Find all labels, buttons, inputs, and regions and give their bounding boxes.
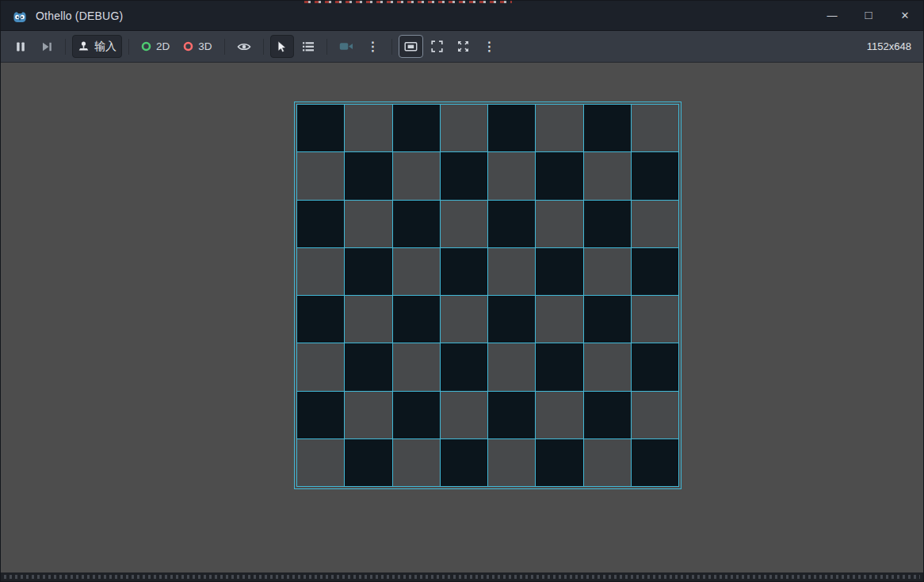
selection-list-icon [302,41,315,52]
maximize-icon: □ [865,9,872,21]
board-cell[interactable] [632,201,678,247]
board-cell[interactable] [393,296,440,343]
fullscreen-button[interactable] [452,35,475,58]
close-icon: ✕ [901,10,910,21]
board-cell[interactable] [345,439,391,486]
selection-list-button[interactable] [296,35,320,58]
board-cell[interactable] [441,343,487,390]
input-toggle-button[interactable]: 输入 [72,35,122,58]
top-edge-artifact [304,1,512,3]
toolbar-separator [65,39,66,55]
board-cell[interactable] [345,152,391,199]
board-cell[interactable] [393,392,440,438]
board-cell[interactable] [584,248,631,295]
titlebar[interactable]: Othello (DEBUG) — □ ✕ [1,1,923,31]
select-mode-button[interactable] [270,35,294,58]
board-cell[interactable] [632,105,678,151]
board-cell[interactable] [393,439,440,486]
board-cell[interactable] [488,152,535,199]
board-cell[interactable] [536,201,582,247]
board-cell[interactable] [584,152,631,199]
board-cell[interactable] [393,343,440,390]
minimize-button[interactable]: — [814,1,850,30]
kebab-menu-icon: ⋮ [483,40,496,53]
board-cell[interactable] [584,392,631,438]
window-menu-button[interactable]: ⋮ [478,35,502,58]
board-cell[interactable] [441,392,487,438]
board-cell[interactable] [632,248,678,295]
board-cell[interactable] [632,392,678,438]
board-cell[interactable] [488,105,535,151]
board-cell[interactable] [536,105,582,151]
board-cell[interactable] [297,201,344,247]
camera-override-button[interactable] [334,35,359,58]
board-cell[interactable] [536,152,582,199]
board-cell[interactable] [393,248,440,295]
board-cell[interactable] [488,439,535,486]
view-2d-button[interactable]: 2D [136,35,175,58]
board-cell[interactable] [393,201,440,247]
board-cell[interactable] [488,296,535,343]
board-cell[interactable] [536,248,582,295]
game-window: Othello (DEBUG) — □ ✕ [0,0,924,582]
resolution-label: 1152x648 [867,40,915,52]
board-cell[interactable] [584,105,631,151]
joystick-icon [78,40,90,52]
board-cell[interactable] [297,248,344,295]
camera-menu-button[interactable]: ⋮ [361,35,385,58]
board-cell[interactable] [632,296,678,343]
board-cell[interactable] [632,343,678,390]
debug-visibility-button[interactable] [231,35,257,58]
board-cell[interactable] [488,343,535,390]
board-cell[interactable] [345,392,391,438]
board-cell[interactable] [488,392,535,438]
board-cell[interactable] [441,248,487,295]
next-frame-button[interactable] [35,35,59,58]
view-3d-button[interactable]: 3D [178,35,217,58]
close-button[interactable]: ✕ [887,1,923,30]
board-cell[interactable] [345,201,391,247]
3d-ring-icon [183,41,193,52]
board-cell[interactable] [584,296,631,343]
board-cell[interactable] [441,201,487,247]
board-cell[interactable] [441,105,487,151]
embed-window-icon [404,41,418,52]
game-viewport[interactable] [2,63,922,572]
board-cell[interactable] [345,296,391,343]
board-cell[interactable] [584,439,631,486]
input-label: 输入 [94,40,116,54]
board-cell[interactable] [297,392,344,438]
board-cell[interactable] [345,248,391,295]
board-cell[interactable] [536,296,582,343]
pause-button[interactable] [9,35,32,58]
board-cell[interactable] [536,343,582,390]
board-cell[interactable] [393,105,440,151]
board-cell[interactable] [632,439,678,486]
board-cell[interactable] [297,296,344,343]
board-cell[interactable] [488,248,535,295]
maximize-button[interactable]: □ [850,1,887,30]
board-cell[interactable] [632,152,678,199]
board-cell[interactable] [536,439,582,486]
fullscreen-icon [457,40,469,52]
board-cell[interactable] [297,152,344,199]
board-cell[interactable] [393,152,440,199]
window-title: Othello (DEBUG) [36,10,123,22]
embed-game-button[interactable] [399,35,423,58]
board-cell[interactable] [584,343,631,390]
board-cell[interactable] [297,343,344,390]
board-cell[interactable] [297,439,344,486]
board-cell[interactable] [584,201,631,247]
toolbar-separator [326,39,327,55]
fit-window-button[interactable] [426,35,449,58]
board-cell[interactable] [297,105,344,151]
kebab-menu-icon: ⋮ [367,40,380,53]
board-cell[interactable] [536,392,582,438]
minimize-icon: — [827,10,838,21]
board-cell[interactable] [488,201,535,247]
board-cell[interactable] [441,439,487,486]
board-cell[interactable] [345,343,391,390]
board-cell[interactable] [345,105,391,151]
board-cell[interactable] [441,152,487,199]
board-cell[interactable] [441,296,487,343]
